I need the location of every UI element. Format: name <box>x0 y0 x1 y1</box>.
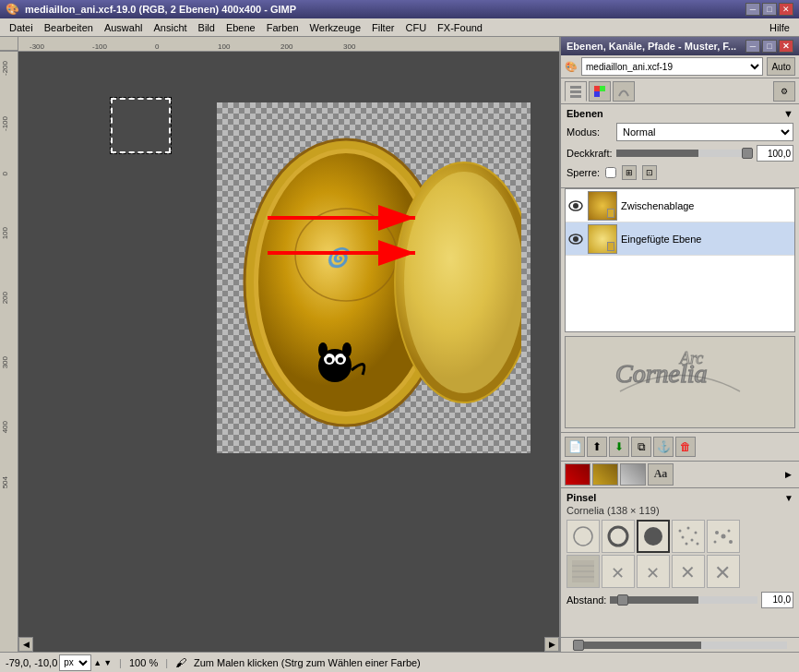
panel-minimize[interactable]: ─ <box>745 40 760 53</box>
menu-filter[interactable]: Filter <box>366 20 400 35</box>
svg-point-37 <box>682 535 685 538</box>
svg-point-44 <box>714 540 717 543</box>
scroll-left[interactable]: ◀ <box>18 637 33 652</box>
menu-auswahl[interactable]: Auswahl <box>99 20 149 35</box>
tab-pattern-red[interactable]: . <box>565 463 590 486</box>
spacing-label: Abstand: <box>566 594 606 606</box>
panel-auto-btn[interactable]: Auto <box>767 57 795 76</box>
svg-point-43 <box>721 534 726 538</box>
status-bar: -79,0, -10,0 px ▲ ▼ | 100 % | 🖌 Zum Male… <box>0 652 799 672</box>
anchor-layer-button[interactable]: ⚓ <box>653 437 674 457</box>
opacity-value[interactable] <box>757 145 793 162</box>
svg-rect-20 <box>570 95 581 98</box>
unit-arrow-down[interactable]: ▼ <box>103 658 112 667</box>
panel-scroll-slider[interactable] <box>573 642 787 649</box>
svg-point-42 <box>728 529 731 532</box>
svg-point-33 <box>644 527 662 546</box>
layer-name-2: Eingefügte Ebene <box>621 234 793 245</box>
duplicate-layer-button[interactable]: ⧉ <box>631 437 651 457</box>
tab-paths[interactable] <box>613 81 635 102</box>
menu-farben[interactable]: Farben <box>261 20 304 35</box>
spacing-value[interactable] <box>761 592 793 608</box>
brush-cross-1[interactable]: ✕ <box>602 555 635 588</box>
status-coords: -79,0, -10,0 <box>6 657 57 668</box>
panel-scrollbar[interactable] <box>561 637 799 652</box>
layers-title: Ebenen <box>566 108 603 119</box>
tab-pattern-gold[interactable]: . <box>592 463 618 486</box>
menu-ebene[interactable]: Ebene <box>221 20 261 35</box>
scroll-right[interactable]: ▶ <box>544 637 559 652</box>
menu-werkzeuge[interactable]: Werkzeuge <box>304 20 366 35</box>
mode-select[interactable]: Normal <box>616 123 793 141</box>
brush-spacing-row: Abstand: <box>566 592 793 608</box>
tab-pattern-gray[interactable]: . <box>620 463 646 486</box>
layer-item-zwischenablage[interactable]: Zwischenablage <box>566 189 794 222</box>
canvas-image: 🌀 <box>217 102 531 453</box>
brush-circle-empty[interactable] <box>566 520 600 553</box>
unit-arrow-up[interactable]: ▲ <box>93 658 101 667</box>
right-panel: Ebenen, Kanäle, Pfade - Muster, F... ─ □… <box>559 37 799 652</box>
selection-box <box>111 98 171 153</box>
opacity-slider[interactable] <box>616 150 753 157</box>
brush-cross-3[interactable]: ✕ <box>672 555 705 588</box>
close-button[interactable]: ✕ <box>779 3 793 16</box>
layer-actions: 📄 ⬆ ⬇ ⧉ ⚓ 🗑 <box>561 432 799 461</box>
menu-hilfe[interactable]: Hilfe <box>764 20 795 35</box>
layer-item-eingefuegte[interactable]: Eingefügte Ebene <box>566 222 794 256</box>
lock-alpha-icon[interactable]: ⊡ <box>642 165 657 180</box>
canvas-area[interactable]: 🌀 <box>18 52 559 652</box>
brush-scatter-1[interactable] <box>672 520 705 553</box>
svg-text:✕: ✕ <box>646 564 660 582</box>
brush-scatter-2[interactable] <box>707 520 740 553</box>
svg-point-31 <box>574 527 592 546</box>
layer-visibility-2[interactable] <box>567 231 584 247</box>
spacing-slider[interactable] <box>610 596 757 604</box>
brush-section: Pinsel ▼ Cornelia (138 × 119) <box>561 488 799 638</box>
menu-cfu[interactable]: CFU <box>400 20 432 35</box>
status-divider2: | <box>165 657 168 668</box>
brush-title: Pinsel <box>566 492 596 503</box>
tab-text[interactable]: Aa <box>648 463 674 486</box>
lock-position-icon[interactable]: ⊞ <box>622 165 637 180</box>
menu-bearbeiten[interactable]: Bearbeiten <box>39 20 99 35</box>
svg-text:✕: ✕ <box>611 564 625 582</box>
menu-bild[interactable]: Bild <box>193 20 221 35</box>
move-layer-up-button[interactable]: ⬆ <box>587 437 607 457</box>
menu-ansicht[interactable]: Ansicht <box>148 20 192 35</box>
svg-text:Arc: Arc <box>679 349 703 367</box>
brush-menu-icon[interactable]: ▼ <box>784 493 793 503</box>
panel-file-select[interactable]: mediaillon_ani.xcf-19 <box>581 57 763 76</box>
menu-datei[interactable]: Datei <box>4 20 39 35</box>
menu-fx[interactable]: FX-Found <box>432 20 488 35</box>
tab-layers[interactable] <box>565 81 587 102</box>
panel-file-row: 🎨 mediaillon_ani.xcf-19 Auto <box>561 55 799 78</box>
move-layer-down-button[interactable]: ⬇ <box>609 437 629 457</box>
svg-rect-21 <box>594 86 600 91</box>
lock-pixels-checkbox[interactable] <box>605 167 616 178</box>
svg-text:✕: ✕ <box>714 561 731 584</box>
layer-visibility-1[interactable] <box>567 198 584 214</box>
panel-file-icon: 🎨 <box>565 61 578 73</box>
brush-circle-medium[interactable] <box>602 520 635 553</box>
brush-texture-1[interactable] <box>566 555 600 588</box>
brush-circle-filled[interactable] <box>637 520 670 553</box>
svg-rect-23 <box>594 91 600 97</box>
new-layer-button[interactable]: 📄 <box>565 437 585 457</box>
svg-point-27 <box>573 236 578 242</box>
panel-close[interactable]: ✕ <box>779 40 793 53</box>
layers-menu-icon[interactable]: ▼ <box>783 108 793 119</box>
brush-cross-4[interactable]: ✕ <box>707 555 740 588</box>
layer-list: Zwischenablage Eingefügte Ebene <box>565 188 795 332</box>
svg-point-38 <box>691 538 694 541</box>
brush-cross-2[interactable]: ✕ <box>637 555 670 588</box>
status-unit-select[interactable]: px <box>59 654 91 671</box>
tab-channels[interactable] <box>589 81 611 102</box>
maximize-button[interactable]: □ <box>762 3 777 16</box>
minimize-button[interactable]: ─ <box>745 3 760 16</box>
delete-layer-button[interactable]: 🗑 <box>675 437 696 457</box>
bottom-scroll-right[interactable]: ▶ <box>781 463 795 486</box>
svg-point-36 <box>695 531 698 534</box>
tab-settings[interactable]: ⚙ <box>773 81 795 102</box>
panel-maximize[interactable]: □ <box>762 40 777 53</box>
svg-point-45 <box>729 540 733 544</box>
